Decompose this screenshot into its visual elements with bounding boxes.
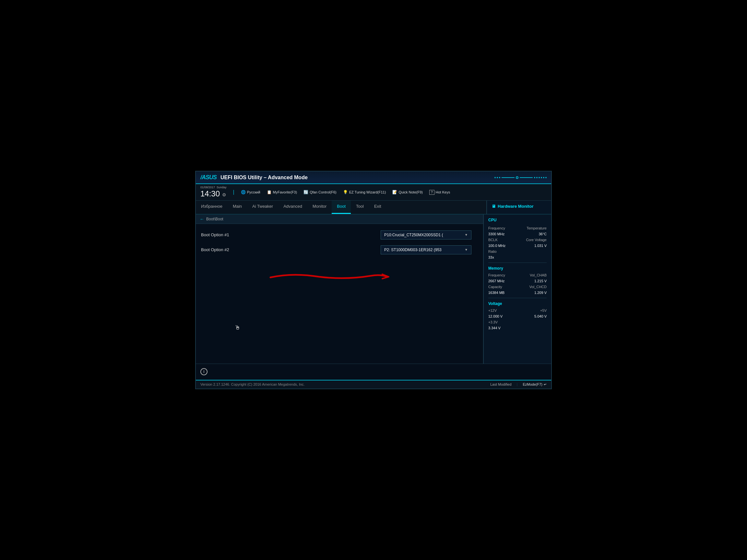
hw-monitor-header: 🖥 Hardware Monitor <box>486 201 551 214</box>
nav-bar: Избранное Main Ai Tweaker Advanced Monit… <box>196 201 551 215</box>
nav-izbrannoye[interactable]: Избранное <box>196 201 228 214</box>
voltage-5v-label: +5V <box>540 309 547 313</box>
language-selector[interactable]: 🌐 Русский <box>241 190 260 194</box>
memory-vol-chcd-value: 1.209 V <box>534 291 547 295</box>
last-modified-label: Last Modified <box>490 382 511 386</box>
cpu-temperature-label: Temperature <box>526 226 547 230</box>
ez-tuning-button[interactable]: 💡 EZ Tuning Wizard(F11) <box>343 190 386 194</box>
memory-frequency-value: 2667 MHz <box>488 279 505 283</box>
cpu-core-voltage-value: 1.031 V <box>534 244 547 247</box>
voltage-12v-value: 12.000 V <box>488 314 503 318</box>
memory-freq-row: Frequency Vol_CHAB <box>488 273 547 277</box>
ez-mode-button[interactable]: EzMode(F7) ↵ <box>523 382 547 386</box>
hw-monitor-icon: 🖥 <box>491 204 496 209</box>
time-display: 14:30 ⚙ <box>200 189 227 199</box>
memory-capacity-value: 16384 MB <box>488 291 505 295</box>
deco-dot-6 <box>539 177 540 178</box>
boot-option-2-row: Boot Option #2 P2: ST1000DM003-1ER162 (9… <box>201 245 478 255</box>
bios-screen: /ASUS UEFI BIOS Utility – Advanced Mode <box>195 171 552 389</box>
deco-dot-8 <box>543 177 544 178</box>
deco-dot-9 <box>545 177 547 178</box>
cpu-temperature-value: 36°C <box>539 232 547 236</box>
footer-bar: Version 2.17.1246. Copyright (C) 2016 Am… <box>196 380 551 389</box>
cpu-bclk-value-row: 100.0 MHz 1.031 V <box>488 244 547 247</box>
cpu-frequency-label: Frequency <box>488 226 505 230</box>
info-separator-1: | <box>233 189 234 195</box>
back-arrow-icon[interactable]: ← <box>200 216 204 222</box>
nav-ai-tweaker[interactable]: Ai Tweaker <box>247 201 278 214</box>
datetime-display: 01/08/2017 Sunday 14:30 ⚙ <box>200 186 227 199</box>
nav-boot[interactable]: Boot <box>332 201 351 214</box>
voltage-12v-row: +12V +5V <box>488 309 547 313</box>
memory-capacity-label: Capacity <box>488 285 502 289</box>
memory-vol-chab-label: Vol_CHAB <box>530 273 547 277</box>
ez-mode-icon: ↵ <box>544 382 547 386</box>
quick-note-icon: 📝 <box>392 190 397 194</box>
nav-spacer <box>386 201 486 214</box>
globe-icon: 🌐 <box>241 190 246 194</box>
cpu-ratio-value: 33x <box>488 256 494 259</box>
voltage-5v-value: 5.040 V <box>534 314 547 318</box>
voltage-12v-label: +12V <box>488 309 497 313</box>
bottom-info-bar: i <box>196 364 551 380</box>
hotkeys-icon: ? <box>429 190 434 195</box>
content-panel: ← Boot\Boot Boot Option #1 P10:Crucial_C… <box>196 215 483 364</box>
nav-monitor[interactable]: Monitor <box>307 201 332 214</box>
deco-corner <box>516 176 518 179</box>
memory-frequency-label: Frequency <box>488 273 505 277</box>
header-decoration <box>494 176 547 179</box>
boot-option-2-select[interactable]: P2: ST1000DM003-1ER162 (953 ▼ <box>381 245 471 255</box>
memory-vol-chab-value: 1.215 V <box>534 279 547 283</box>
nav-advanced[interactable]: Advanced <box>278 201 307 214</box>
main-area: ← Boot\Boot Boot Option #1 P10:Crucial_C… <box>196 215 551 364</box>
ez-tuning-icon: 💡 <box>343 190 348 194</box>
dropdown-arrow-2: ▼ <box>465 248 468 251</box>
boot-options-area: Boot Option #1 P10:Crucial_CT250MX200SSD… <box>196 224 483 267</box>
deco-dot-5 <box>536 177 538 178</box>
cpu-frequency-value: 3300 MHz <box>488 232 505 236</box>
hardware-monitor-sidebar: CPU Frequency Temperature 3300 MHz 36°C … <box>483 215 551 364</box>
deco-dot-3 <box>499 177 500 178</box>
boot-option-1-label: Boot Option #1 <box>201 232 253 237</box>
info-button[interactable]: i <box>200 368 207 375</box>
boot-option-1-row: Boot Option #1 P10:Crucial_CT250MX200SSD… <box>201 231 478 239</box>
bios-title: UEFI BIOS Utility – Advanced Mode <box>221 175 308 181</box>
nav-tool[interactable]: Tool <box>351 201 369 214</box>
footer-copyright: Version 2.17.1246. Copyright (C) 2016 Am… <box>200 382 305 386</box>
header-bar: /ASUS UEFI BIOS Utility – Advanced Mode <box>196 171 551 184</box>
cpu-ratio-label: Ratio <box>488 249 497 254</box>
boot-option-2-label: Boot Option #2 <box>201 247 253 252</box>
cpu-section-title: CPU <box>488 218 547 223</box>
deco-dot-7 <box>541 177 542 178</box>
cpu-ratio-value-row: 33x <box>488 256 547 259</box>
hot-keys-button[interactable]: ? Hot Keys <box>429 190 450 195</box>
cpu-ratio-label-row: Ratio <box>488 249 547 254</box>
dropdown-arrow-1: ▼ <box>465 233 468 237</box>
memory-section-title: Memory <box>488 266 547 271</box>
time-settings-icon[interactable]: ⚙ <box>222 192 226 197</box>
footer-right: Last Modified | EzMode(F7) ↵ <box>490 382 547 386</box>
cpu-memory-divider <box>488 263 547 263</box>
breadcrumb: ← Boot\Boot <box>196 215 483 224</box>
deco-line-2 <box>520 177 533 178</box>
date-display: 01/08/2017 Sunday <box>200 186 227 189</box>
nav-main[interactable]: Main <box>228 201 247 214</box>
quick-note-button[interactable]: 📝 Quick Note(F9) <box>392 190 423 194</box>
memory-capacity-value-row: 16384 MB 1.209 V <box>488 291 547 295</box>
myfavorite-button[interactable]: 📋 MyFavorite(F3) <box>267 190 297 194</box>
mouse-cursor-icon: 🖱 <box>235 324 240 331</box>
voltage-12v-value-row: 12.000 V 5.040 V <box>488 314 547 318</box>
deco-dot-2 <box>497 177 498 178</box>
cpu-frequency-value-row: 3300 MHz 36°C <box>488 232 547 236</box>
deco-dot-1 <box>494 177 496 178</box>
memory-voltage-divider <box>488 298 547 298</box>
footer-sep: | <box>517 382 518 386</box>
voltage-33v-value: 3.344 V <box>488 326 500 330</box>
memory-freq-value-row: 2667 MHz 1.215 V <box>488 279 547 283</box>
deco-dot-4 <box>534 177 535 178</box>
nav-exit[interactable]: Exit <box>369 201 386 214</box>
hw-monitor-title: 🖥 Hardware Monitor <box>491 204 547 211</box>
cpu-bclk-label: BCLK <box>488 238 498 242</box>
boot-option-1-select[interactable]: P10:Crucial_CT250MX200SSD1 ( ▼ <box>381 231 471 239</box>
qfan-control-button[interactable]: 🔄 Qfan Control(F6) <box>304 190 337 194</box>
